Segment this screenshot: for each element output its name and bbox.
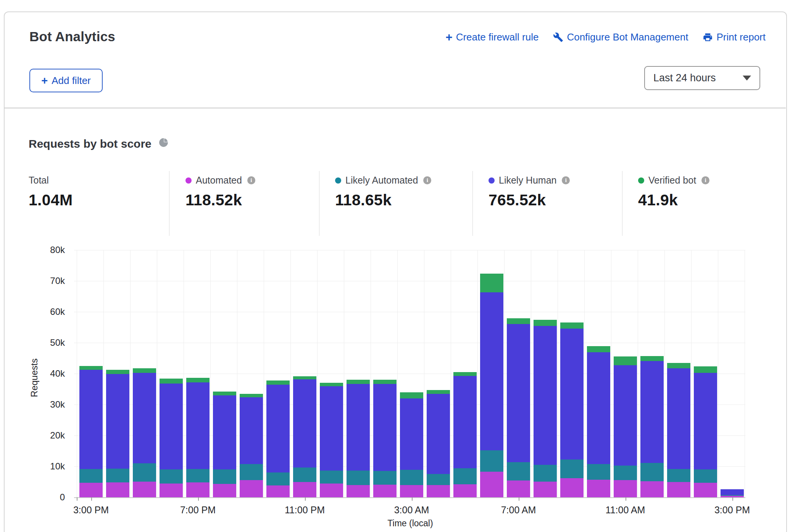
bar-300am[interactable] xyxy=(400,392,423,497)
bar-segment-likely-human[interactable] xyxy=(534,326,557,465)
bar-segment-likely-automated[interactable] xyxy=(480,450,503,472)
bar-segment-likely-human[interactable] xyxy=(427,394,450,474)
info-icon[interactable]: i xyxy=(701,176,709,184)
bar-400pm[interactable] xyxy=(106,370,129,497)
bar-segment-likely-human[interactable] xyxy=(694,373,717,470)
bar-segment-automated[interactable] xyxy=(507,480,530,497)
bar-segment-likely-human[interactable] xyxy=(240,397,263,464)
bar-segment-likely-human[interactable] xyxy=(213,395,236,469)
bar-segment-automated[interactable] xyxy=(266,485,290,497)
bar-segment-automated[interactable] xyxy=(373,485,397,497)
bar-segment-likely-automated[interactable] xyxy=(614,466,637,480)
bar-300pm[interactable] xyxy=(721,489,744,497)
bar-200pm[interactable] xyxy=(694,366,717,497)
bar-segment-automated[interactable] xyxy=(560,478,584,497)
bar-100pm[interactable] xyxy=(667,363,690,497)
bar-segment-verified-bot[interactable] xyxy=(560,322,584,329)
bar-1200pm[interactable] xyxy=(640,356,664,497)
bar-segment-likely-automated[interactable] xyxy=(186,469,210,483)
create-firewall-rule-link[interactable]: + Create firewall rule xyxy=(446,31,539,43)
bar-segment-likely-automated[interactable] xyxy=(106,469,129,482)
bar-segment-verified-bot[interactable] xyxy=(694,366,717,372)
bar-100am[interactable] xyxy=(347,380,370,497)
bar-segment-likely-automated[interactable] xyxy=(240,464,263,480)
bar-segment-automated[interactable] xyxy=(106,482,129,497)
bar-segment-likely-automated[interactable] xyxy=(507,462,530,481)
bar-segment-automated[interactable] xyxy=(240,480,263,497)
bar-segment-likely-human[interactable] xyxy=(320,386,343,471)
bar-segment-likely-human[interactable] xyxy=(667,368,690,469)
bar-segment-verified-bot[interactable] xyxy=(266,380,290,385)
bar-segment-likely-human[interactable] xyxy=(587,352,610,464)
bar-segment-verified-bot[interactable] xyxy=(213,392,236,395)
bar-segment-verified-bot[interactable] xyxy=(480,274,503,292)
print-report-link[interactable]: Print report xyxy=(703,31,766,43)
info-icon[interactable]: i xyxy=(562,176,570,184)
bar-segment-likely-human[interactable] xyxy=(160,384,183,469)
bar-segment-likely-automated[interactable] xyxy=(560,459,584,478)
time-range-select[interactable]: Last 24 hours xyxy=(644,66,760,90)
bar-segment-automated[interactable] xyxy=(694,483,717,497)
bar-segment-automated[interactable] xyxy=(640,481,664,497)
bar-segment-likely-automated[interactable] xyxy=(400,470,423,485)
bar-segment-automated[interactable] xyxy=(213,484,236,497)
bar-segment-verified-bot[interactable] xyxy=(640,356,664,361)
bar-400am[interactable] xyxy=(427,390,450,497)
bar-segment-likely-human[interactable] xyxy=(453,376,477,468)
bar-segment-automated[interactable] xyxy=(347,485,370,497)
bar-segment-likely-automated[interactable] xyxy=(160,469,183,484)
bar-segment-likely-human[interactable] xyxy=(560,329,584,459)
bar-segment-verified-bot[interactable] xyxy=(587,346,610,352)
bar-segment-verified-bot[interactable] xyxy=(320,383,343,387)
bar-900pm[interactable] xyxy=(240,394,263,497)
bar-segment-automated[interactable] xyxy=(480,472,503,497)
configure-bot-management-link[interactable]: Configure Bot Management xyxy=(553,31,688,43)
bar-segment-likely-automated[interactable] xyxy=(79,469,103,483)
bar-segment-verified-bot[interactable] xyxy=(427,390,450,394)
bar-800am[interactable] xyxy=(534,320,557,497)
bar-segment-likely-automated[interactable] xyxy=(320,471,343,484)
bar-segment-verified-bot[interactable] xyxy=(240,394,263,398)
bar-200am[interactable] xyxy=(373,380,397,497)
bar-1000pm[interactable] xyxy=(266,380,290,497)
bar-segment-verified-bot[interactable] xyxy=(293,376,316,380)
bar-segment-verified-bot[interactable] xyxy=(133,368,156,373)
bar-segment-automated[interactable] xyxy=(427,485,450,497)
bar-800pm[interactable] xyxy=(213,392,236,497)
bar-segment-automated[interactable] xyxy=(160,484,183,497)
bar-segment-likely-human[interactable] xyxy=(373,384,397,471)
bar-segment-automated[interactable] xyxy=(587,480,610,497)
bar-500am[interactable] xyxy=(453,372,477,497)
bar-segment-automated[interactable] xyxy=(667,482,690,497)
bar-segment-verified-bot[interactable] xyxy=(106,370,129,374)
bar-700pm[interactable] xyxy=(186,378,210,497)
bar-segment-verified-bot[interactable] xyxy=(507,318,530,324)
bar-segment-verified-bot[interactable] xyxy=(160,379,183,384)
bar-segment-automated[interactable] xyxy=(186,482,210,497)
bar-segment-verified-bot[interactable] xyxy=(614,356,637,365)
bar-segment-likely-automated[interactable] xyxy=(293,468,316,482)
bar-segment-verified-bot[interactable] xyxy=(667,363,690,368)
info-icon[interactable]: i xyxy=(247,176,255,184)
bar-1000am[interactable] xyxy=(587,346,610,497)
bar-segment-likely-automated[interactable] xyxy=(266,472,290,485)
bar-segment-automated[interactable] xyxy=(614,480,637,497)
bar-segment-automated[interactable] xyxy=(400,485,423,497)
bar-segment-likely-automated[interactable] xyxy=(347,471,370,485)
bar-segment-verified-bot[interactable] xyxy=(400,392,423,398)
bar-segment-likely-automated[interactable] xyxy=(534,465,557,482)
info-icon[interactable]: i xyxy=(423,176,431,184)
bar-segment-likely-human[interactable] xyxy=(106,374,129,469)
bar-segment-verified-bot[interactable] xyxy=(534,320,557,326)
bar-600am[interactable] xyxy=(480,274,503,497)
bar-300pm[interactable] xyxy=(79,366,103,497)
bar-segment-automated[interactable] xyxy=(453,484,477,497)
bar-900am[interactable] xyxy=(560,322,584,497)
bar-segment-likely-human[interactable] xyxy=(293,379,316,468)
bar-segment-likely-human[interactable] xyxy=(640,361,664,463)
bar-segment-verified-bot[interactable] xyxy=(79,366,103,370)
bar-segment-likely-human[interactable] xyxy=(79,370,103,469)
bar-segment-likely-automated[interactable] xyxy=(453,468,477,484)
bar-segment-likely-human[interactable] xyxy=(507,324,530,462)
bar-segment-likely-human[interactable] xyxy=(721,489,744,495)
